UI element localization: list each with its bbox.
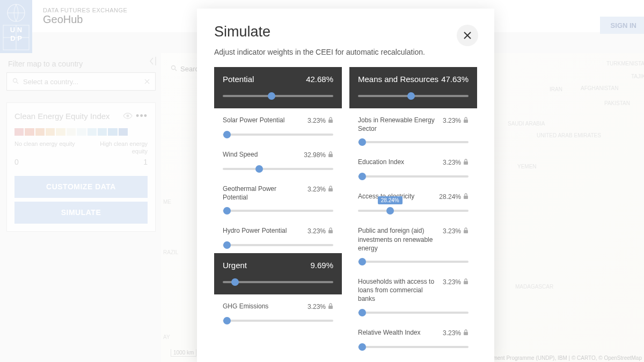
svg-rect-17 (328, 120, 333, 123)
group-name: Urgent (223, 261, 247, 270)
indicator: Public and foreign (aid) investments on … (349, 219, 477, 270)
indicator: GHG Emissions3.23% (214, 294, 342, 329)
indicator-slider[interactable] (223, 207, 333, 215)
indicator-value: 28.24% (439, 193, 461, 201)
indicator-label: Households with access to loans from com… (358, 277, 438, 304)
indicator-value: 3.23% (308, 117, 326, 124)
right-column: Means and Resources47.63%Jobs in Renewab… (349, 67, 477, 355)
indicator: Solar Power Potential3.23% (214, 108, 342, 143)
lock-icon[interactable] (328, 302, 333, 312)
indicator-label: Public and foreign (aid) investments on … (358, 226, 438, 253)
svg-rect-22 (464, 120, 468, 123)
svg-rect-23 (464, 161, 468, 165)
indicator-slider[interactable] (358, 343, 469, 351)
indicator-label: Hydro Power Potential (223, 226, 303, 235)
indicator-value: 3.23% (308, 186, 326, 193)
indicator-value: 3.23% (443, 117, 461, 124)
indicator: Jobs in Renewable Energy Sector3.23% (349, 108, 477, 150)
simulate-modal: Simulate Adjust indicator weights in the… (197, 9, 494, 362)
lock-icon[interactable] (463, 192, 469, 202)
group-slider[interactable] (223, 92, 333, 100)
group-header: Means and Resources47.63% (349, 67, 477, 108)
group-slider[interactable] (358, 92, 469, 100)
group-slider[interactable] (223, 278, 333, 286)
group-value: 9.69% (310, 261, 333, 270)
svg-rect-24 (464, 196, 468, 199)
indicator: Wind Speed32.98% (214, 143, 342, 177)
indicator: Education Index3.23% (349, 150, 477, 184)
indicator-label: Education Index (358, 158, 438, 166)
indicator-label: Wind Speed (223, 150, 299, 159)
indicator-value: 3.23% (443, 278, 461, 286)
lock-icon[interactable] (328, 184, 333, 194)
indicator: Relative Wealth Index3.23% (349, 321, 477, 355)
lock-icon[interactable] (463, 277, 469, 287)
indicator-value: 32.98% (304, 151, 326, 159)
indicator-slider[interactable] (358, 258, 469, 265)
indicator-label: Geothermal Power Potential (223, 184, 303, 202)
close-button[interactable] (457, 25, 478, 46)
group-header: Urgent9.69% (214, 253, 342, 294)
group-value: 47.63% (441, 75, 469, 84)
indicator-label: Jobs in Renewable Energy Sector (358, 116, 438, 133)
svg-rect-20 (328, 230, 333, 233)
indicator-value: 3.23% (308, 227, 326, 235)
indicator-value: 3.23% (308, 303, 326, 311)
svg-rect-21 (328, 306, 333, 309)
modal-subtitle: Adjust indicator weights in the CEEI for… (214, 48, 477, 56)
lock-icon[interactable] (463, 226, 469, 236)
indicator-slider[interactable] (358, 309, 469, 316)
indicator-value: 3.23% (443, 227, 461, 235)
svg-rect-18 (328, 154, 333, 157)
modal-title: Simulate (214, 24, 477, 40)
indicator-slider[interactable]: 28.24% (358, 207, 469, 215)
indicator: Geothermal Power Potential3.23% (214, 177, 342, 219)
lock-icon[interactable] (463, 328, 469, 338)
svg-rect-19 (328, 188, 333, 191)
indicator-slider[interactable] (223, 131, 333, 138)
group-name: Means and Resources (358, 75, 438, 84)
slider-tooltip: 28.24% (378, 196, 402, 204)
indicator-label: Solar Power Potential (223, 116, 303, 124)
lock-icon[interactable] (328, 116, 333, 125)
svg-rect-27 (464, 332, 468, 335)
group-header: Potential42.68% (214, 67, 342, 108)
indicator-slider[interactable] (223, 165, 333, 173)
indicator-value: 3.23% (443, 329, 461, 337)
lock-icon[interactable] (328, 150, 333, 160)
lock-icon[interactable] (463, 158, 469, 167)
group-name: Potential (223, 75, 254, 84)
group-value: 42.68% (306, 75, 333, 84)
indicator-label: Relative Wealth Index (358, 328, 438, 337)
indicator-slider[interactable] (358, 138, 469, 146)
indicator: Households with access to loans from com… (349, 270, 477, 321)
svg-rect-25 (464, 230, 468, 233)
indicator-slider[interactable] (223, 241, 333, 249)
indicator: Hydro Power Potential3.23% (214, 219, 342, 253)
svg-rect-26 (464, 281, 468, 284)
indicator-label: GHG Emissions (223, 302, 303, 311)
lock-icon[interactable] (463, 116, 469, 125)
lock-icon[interactable] (328, 226, 333, 236)
left-column: Potential42.68%Solar Power Potential3.23… (214, 67, 342, 355)
indicator: Access to electricity28.24%28.24% (349, 184, 477, 219)
indicator-slider[interactable] (223, 317, 333, 324)
indicator-value: 3.23% (443, 159, 461, 166)
indicator-slider[interactable] (358, 173, 469, 180)
